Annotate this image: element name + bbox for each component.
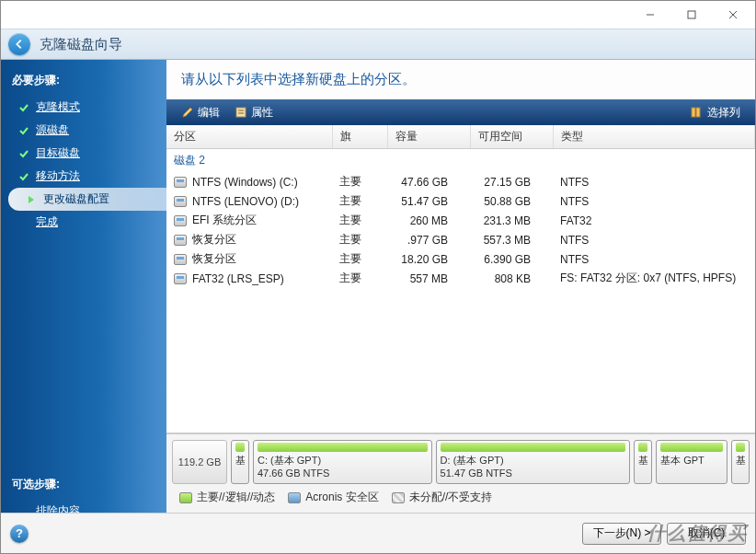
bar-icon [660,443,723,452]
minimize-button[interactable] [629,2,670,28]
bar-icon [258,443,428,452]
pencil-icon [181,106,194,119]
swatch-icon [392,492,405,503]
table-row[interactable]: FAT32 (LRS_ESP)主要557 MB808 KBFS: FAT32 分… [166,269,755,288]
properties-label: 属性 [251,105,273,121]
partition-icon [174,235,187,246]
step-source-disk[interactable]: 源磁盘 [1,119,166,142]
col-type[interactable]: 类型 [553,125,755,149]
check-icon [17,101,30,114]
step-label: 移动方法 [36,168,80,184]
optional-heading: 可选步骤: [1,473,166,500]
arrow-left-icon [13,38,26,51]
legend-acronis: Acronis 安全区 [288,490,378,505]
table-row[interactable]: 恢复分区主要18.20 GB6.390 GBNTFS [166,249,755,269]
step-label: 源磁盘 [36,122,69,138]
map-part[interactable]: 基... [731,440,750,484]
step-finish[interactable]: 完成 [1,211,166,234]
map-part[interactable]: 基本 GPT [656,440,727,484]
bar-icon [736,443,745,452]
step-label: 完成 [36,214,58,230]
help-button[interactable]: ? [10,525,29,543]
edit-label: 编辑 [198,105,220,121]
legend-primary: 主要//逻辑//动态 [179,490,275,505]
maximize-button[interactable] [670,2,712,28]
disk-label: 磁盘 2 [166,149,755,173]
partition-icon [174,254,187,265]
columns-icon [691,106,704,119]
sidebar: 必要步骤: 克隆模式 源磁盘 目标磁盘 移动方法 更改磁盘配置 完成 可选步骤:… [1,60,166,513]
window-title: 克隆磁盘向导 [40,36,122,53]
bar-icon [441,443,626,452]
step-label: 目标磁盘 [36,145,80,161]
table-row[interactable]: NTFS (LENOVO) (D:)主要51.47 GB50.88 GBNTFS [166,191,755,211]
disk-group-row[interactable]: 磁盘 2 [166,149,755,173]
svg-rect-1 [688,11,695,18]
partition-icon [174,196,187,207]
arrow-right-icon [25,193,38,206]
table-row[interactable]: EFI 系统分区主要260 MB231.3 MBFAT32 [166,211,755,230]
table-row[interactable]: NTFS (Windows) (C:)主要47.66 GB27.15 GBNTF… [166,172,755,191]
legend: 主要//逻辑//动态 Acronis 安全区 未分配//不受支持 [172,484,750,507]
map-part[interactable]: D: (基本 GPT)51.47 GB NTFS [436,440,631,484]
main-panel: 请从以下列表中选择新硬盘上的分区。 编辑 属性 选择列 分区 旗 容量 可用空间… [166,60,755,513]
step-target-disk[interactable]: 目标磁盘 [1,142,166,165]
partition-table[interactable]: 分区 旗 容量 可用空间 类型 磁盘 2 NTFS (Windows) (C:)… [166,125,755,433]
step-label: 更改磁盘配置 [43,191,109,207]
bar-icon [638,443,647,452]
col-free[interactable]: 可用空间 [470,125,553,149]
bar-icon [235,443,245,452]
header-bar: 克隆磁盘向导 [1,29,755,60]
disk-total: 119.2 GB [172,440,227,484]
map-part[interactable]: C: (基本 GPT)47.66 GB NTFS [253,440,432,484]
step-move-method[interactable]: 移动方法 [1,165,166,188]
edit-button[interactable]: 编辑 [174,103,227,122]
map-part[interactable]: 基... [634,440,652,484]
instruction-text: 请从以下列表中选择新硬盘上的分区。 [166,60,755,99]
col-capacity[interactable]: 容量 [387,125,470,149]
check-icon [17,147,30,160]
close-button[interactable] [712,2,753,28]
swatch-icon [179,492,192,503]
titlebar [1,1,755,29]
disk-map-parts: 基... C: (基本 GPT)47.66 GB NTFS D: (基本 GPT… [231,440,750,484]
svg-rect-7 [692,108,695,117]
col-flags[interactable]: 旗 [332,125,387,149]
map-part[interactable]: 基... [231,440,249,484]
swatch-icon [288,492,301,503]
check-icon [17,124,30,137]
disk-map: 119.2 GB 基... C: (基本 GPT)47.66 GB NTFS D… [166,433,755,513]
col-partition[interactable]: 分区 [166,125,332,149]
step-clone-mode[interactable]: 克隆模式 [1,96,166,119]
step-label: 克隆模式 [36,99,80,115]
choose-columns-button[interactable]: 选择列 [683,103,748,122]
toolbar: 编辑 属性 选择列 [166,99,755,125]
check-icon [17,170,30,183]
partition-icon [174,177,187,188]
wizard-window: 克隆磁盘向导 必要步骤: 克隆模式 源磁盘 目标磁盘 移动方法 更改磁盘配置 完… [0,0,756,554]
choose-columns-label: 选择列 [707,105,740,121]
legend-unallocated: 未分配//不受支持 [392,490,493,505]
next-button[interactable]: 下一步(N) > [582,523,661,545]
partition-icon [174,215,187,226]
svg-rect-8 [696,108,700,117]
cancel-button[interactable]: 取消(C) [667,523,746,545]
body: 必要步骤: 克隆模式 源磁盘 目标磁盘 移动方法 更改磁盘配置 完成 可选步骤:… [1,60,755,513]
step-change-layout[interactable]: 更改磁盘配置 [8,188,166,211]
footer: ? 下一步(N) > 取消(C) [1,513,755,553]
properties-icon [235,106,247,119]
table-row[interactable]: 恢复分区主要.977 GB557.3 MBNTFS [166,230,755,249]
required-heading: 必要步骤: [1,69,166,96]
partition-icon [174,273,187,284]
back-button[interactable] [8,33,30,55]
properties-button[interactable]: 属性 [227,103,281,122]
svg-rect-4 [236,108,246,117]
blank-icon [17,216,30,229]
